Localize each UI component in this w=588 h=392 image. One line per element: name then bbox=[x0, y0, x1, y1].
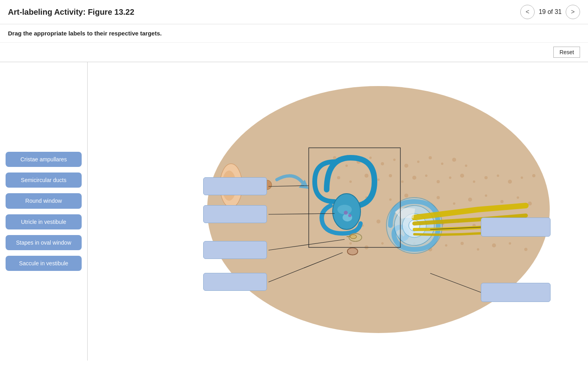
label-cristae[interactable]: Cristae ampullares bbox=[6, 152, 82, 167]
svg-point-27 bbox=[508, 180, 512, 184]
label-semicircular[interactable]: Semicircular ducts bbox=[6, 172, 82, 188]
svg-point-40 bbox=[500, 200, 504, 203]
svg-point-24 bbox=[473, 180, 475, 183]
prev-button[interactable]: < bbox=[520, 5, 535, 19]
label-utricle[interactable]: Utricle in vestibule bbox=[6, 214, 82, 229]
svg-point-55 bbox=[349, 242, 352, 245]
svg-point-84 bbox=[350, 235, 357, 239]
svg-point-5 bbox=[381, 162, 384, 165]
svg-point-57 bbox=[381, 242, 384, 245]
label-stapes[interactable]: Stapes in oval window bbox=[6, 235, 82, 250]
svg-point-33 bbox=[389, 198, 392, 201]
svg-point-39 bbox=[485, 194, 487, 197]
svg-point-34 bbox=[404, 194, 408, 198]
drop-target-2[interactable] bbox=[203, 205, 267, 223]
svg-point-76 bbox=[344, 211, 348, 215]
svg-point-38 bbox=[468, 198, 472, 202]
svg-point-29 bbox=[532, 174, 535, 177]
svg-point-61 bbox=[445, 244, 447, 247]
svg-point-19 bbox=[412, 176, 416, 180]
svg-point-11 bbox=[452, 158, 456, 162]
drop-target-4[interactable] bbox=[203, 273, 267, 291]
svg-point-8 bbox=[417, 161, 419, 163]
svg-point-45 bbox=[376, 220, 380, 223]
svg-point-14 bbox=[349, 180, 352, 183]
svg-point-18 bbox=[401, 180, 404, 183]
instruction-text: Drag the appropriate labels to their res… bbox=[8, 30, 162, 37]
svg-point-77 bbox=[348, 214, 351, 217]
svg-point-83 bbox=[347, 248, 358, 255]
svg-point-12 bbox=[465, 165, 467, 167]
svg-point-16 bbox=[377, 178, 380, 181]
diagram-area bbox=[88, 62, 588, 361]
svg-point-9 bbox=[429, 156, 432, 159]
svg-point-20 bbox=[425, 174, 427, 177]
page-title: Art-labeling Activity: Figure 13.22 bbox=[8, 8, 134, 17]
svg-point-28 bbox=[521, 176, 523, 179]
svg-point-36 bbox=[437, 196, 440, 199]
drop-target-1[interactable] bbox=[203, 177, 267, 195]
svg-point-17 bbox=[389, 174, 392, 177]
svg-point-37 bbox=[453, 202, 455, 205]
page-count: 19 of 31 bbox=[539, 8, 562, 16]
label-panel: Cristae ampullares Semicircular ducts Ro… bbox=[0, 62, 88, 361]
drop-target-5[interactable] bbox=[481, 218, 551, 237]
svg-point-6 bbox=[393, 159, 396, 161]
drop-target-3[interactable] bbox=[203, 241, 267, 259]
svg-point-7 bbox=[404, 164, 408, 168]
svg-point-21 bbox=[437, 180, 440, 183]
label-saccule[interactable]: Saccule in vestibule bbox=[6, 256, 82, 271]
svg-point-65 bbox=[509, 242, 511, 245]
svg-point-10 bbox=[441, 163, 443, 165]
instruction-bar: Drag the appropriate labels to their res… bbox=[0, 24, 588, 43]
drop-target-6[interactable] bbox=[481, 283, 551, 302]
next-button[interactable]: > bbox=[566, 5, 580, 19]
svg-point-22 bbox=[449, 176, 451, 179]
svg-point-23 bbox=[460, 174, 464, 178]
nav-controls: < 19 of 31 > bbox=[520, 5, 580, 19]
svg-point-2 bbox=[345, 165, 348, 167]
svg-point-13 bbox=[337, 176, 340, 179]
svg-point-62 bbox=[461, 242, 464, 245]
reset-bar: Reset bbox=[0, 43, 588, 62]
svg-point-66 bbox=[524, 248, 527, 251]
ear-diagram bbox=[88, 62, 574, 353]
svg-point-15 bbox=[365, 174, 368, 178]
header: Art-labeling Activity: Figure 13.22 < 19… bbox=[0, 0, 588, 24]
svg-point-25 bbox=[484, 176, 488, 179]
svg-point-63 bbox=[477, 248, 479, 251]
svg-point-41 bbox=[517, 196, 519, 199]
svg-point-26 bbox=[497, 174, 499, 177]
svg-point-1 bbox=[333, 156, 336, 159]
main-content: Cristae ampullares Semicircular ducts Ro… bbox=[0, 62, 588, 361]
svg-point-64 bbox=[492, 243, 496, 247]
reset-button[interactable]: Reset bbox=[553, 47, 580, 58]
label-round-window[interactable]: Round window bbox=[6, 193, 82, 208]
svg-point-4 bbox=[369, 157, 372, 159]
